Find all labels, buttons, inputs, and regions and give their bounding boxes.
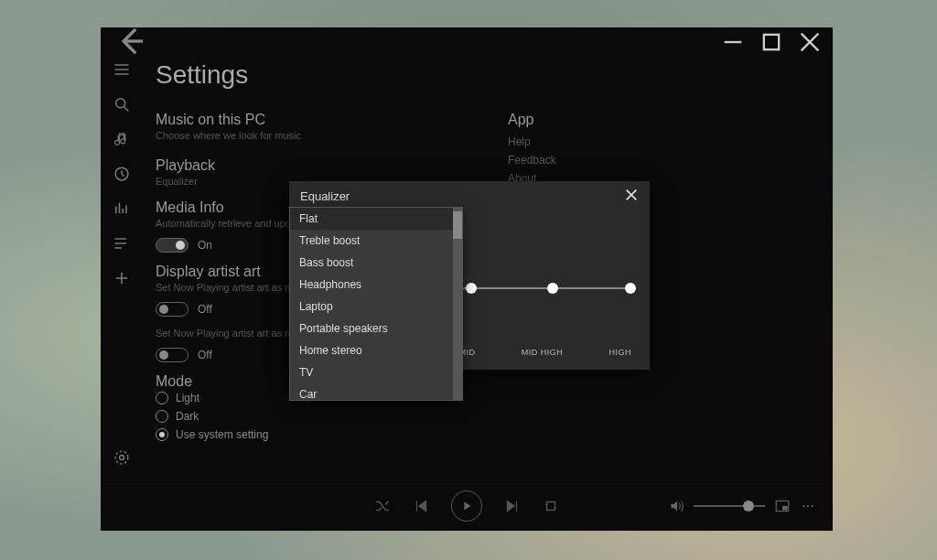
displayart-lock-label: Off — [198, 303, 212, 316]
app-link-feedback[interactable]: Feedback — [508, 154, 805, 167]
nowplaying-icon[interactable] — [113, 199, 131, 218]
svg-line-4 — [124, 107, 129, 112]
app-section-header: App — [508, 112, 805, 128]
mode-label-dark: Dark — [176, 410, 199, 423]
app-link-help[interactable]: Help — [508, 135, 805, 148]
more-button[interactable] — [800, 498, 816, 514]
eq-band-midhigh[interactable] — [547, 283, 558, 294]
sidebar — [101, 57, 143, 479]
miniplayer-button[interactable] — [774, 498, 791, 514]
equalizer-close-button[interactable] — [624, 188, 639, 203]
music-section-header: Music on this PC — [156, 112, 453, 128]
add-icon[interactable] — [113, 269, 131, 287]
preset-bass-boost[interactable]: Bass boost — [290, 252, 462, 274]
preset-car[interactable]: Car — [290, 383, 462, 401]
page-title: Settings — [156, 60, 805, 90]
next-button[interactable] — [504, 498, 521, 514]
preset-headphones[interactable]: Headphones — [290, 274, 462, 296]
preset-flat[interactable]: Flat — [290, 208, 462, 230]
titlebar — [101, 27, 833, 57]
shuffle-button[interactable] — [374, 498, 391, 514]
back-button[interactable] — [112, 29, 150, 55]
mediainfo-toggle-label: On — [198, 239, 212, 252]
music-section-sub: Choose where we look for music — [156, 130, 453, 141]
close-icon — [624, 188, 639, 205]
equalizer-preset-dropdown[interactable]: Flat Treble boost Bass boost Headphones … — [289, 207, 463, 401]
svg-point-11 — [807, 504, 809, 506]
preset-tv[interactable]: TV — [290, 361, 462, 383]
mediainfo-toggle[interactable] — [156, 238, 188, 253]
gear-icon[interactable] — [113, 448, 131, 467]
hamburger-icon[interactable] — [113, 60, 131, 79]
maximize-button[interactable] — [752, 29, 791, 55]
play-button[interactable] — [451, 490, 482, 522]
mode-option-dark[interactable]: Dark — [156, 410, 453, 423]
radio-icon — [156, 392, 168, 404]
preset-treble-boost[interactable]: Treble boost — [290, 230, 462, 252]
equalizer-title: Equalizer — [300, 189, 350, 203]
svg-point-3 — [116, 99, 125, 108]
music-icon[interactable] — [113, 130, 131, 148]
mode-option-system[interactable]: Use system setting — [156, 428, 453, 441]
eq-band-high[interactable] — [625, 283, 636, 294]
mode-label-light: Light — [176, 392, 199, 404]
svg-point-7 — [115, 451, 128, 464]
volume-slider[interactable] — [694, 505, 765, 507]
playback-section-header: Playback — [156, 157, 453, 174]
eq-label-high: HIGH — [609, 348, 631, 357]
recent-icon[interactable] — [113, 165, 131, 183]
preset-laptop[interactable]: Laptop — [290, 296, 462, 318]
dropdown-scrollbar[interactable] — [453, 208, 462, 400]
previous-button[interactable] — [413, 498, 429, 514]
eq-label-midhigh: MID HIGH — [522, 348, 564, 357]
svg-point-6 — [120, 456, 124, 460]
svg-rect-9 — [782, 506, 788, 511]
displayart-wall-toggle[interactable] — [156, 348, 188, 362]
mode-label-system: Use system setting — [176, 428, 268, 441]
minimize-button[interactable] — [714, 29, 752, 55]
close-button[interactable] — [791, 29, 829, 55]
search-icon[interactable] — [113, 95, 131, 113]
displayart-wall-label: Off — [198, 349, 212, 361]
svg-rect-2 — [764, 35, 779, 49]
radio-icon — [156, 428, 168, 441]
eq-band-mid[interactable] — [466, 283, 477, 294]
repeat-button[interactable] — [543, 498, 559, 514]
playbar — [101, 479, 833, 531]
dropdown-scroll-thumb[interactable] — [453, 211, 462, 239]
displayart-lock-toggle[interactable] — [156, 302, 188, 317]
svg-point-10 — [802, 504, 804, 506]
radio-icon — [156, 410, 168, 423]
playlists-icon[interactable] — [113, 234, 131, 253]
svg-point-12 — [811, 504, 813, 506]
preset-portable-speakers[interactable]: Portable speakers — [290, 318, 462, 339]
preset-home-stereo[interactable]: Home stereo — [290, 339, 462, 361]
volume-icon[interactable] — [668, 498, 684, 514]
